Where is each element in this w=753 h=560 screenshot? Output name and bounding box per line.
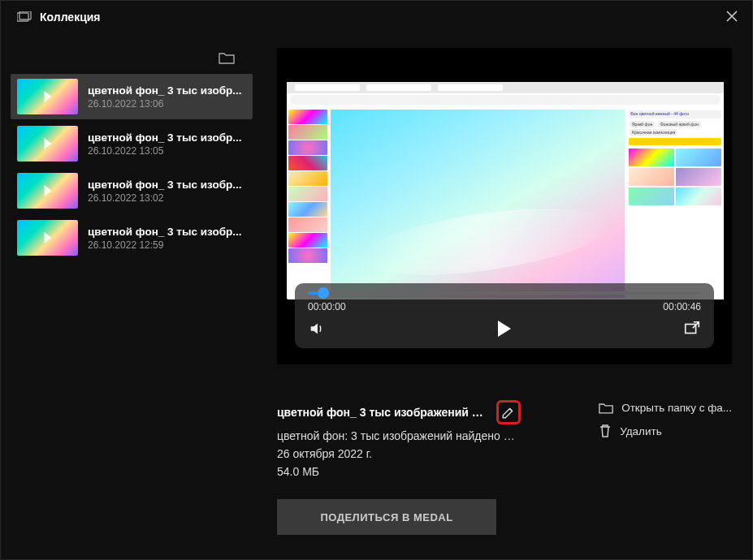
popout-icon[interactable] [683,320,701,338]
preview-right-title: Фон цветной нежный - 44 фото [629,110,721,118]
list-item[interactable]: цветной фон_ 3 тыс изобр... 26.10.2022 1… [11,215,253,261]
seek-bar[interactable] [308,291,701,295]
item-name: цветной фон_ 3 тыс изобр... [88,226,242,238]
details-title: цветной фон_ 3 тыс изображений найдено в… [277,406,490,419]
player-controls: 00:00:00 00:00:46 [295,283,714,348]
collection-icon [17,11,32,23]
video-thumbnail [17,79,78,114]
item-date: 26.10.2022 13:02 [88,192,242,204]
details-size: 54.0 МБ [277,465,521,478]
details-date: 26 октября 2022 г. [277,447,521,460]
delete-label: Удалить [620,425,662,437]
video-preview[interactable]: Фон цветной нежный - 44 фото Яркий фон Ф… [277,48,732,364]
svg-rect-2 [686,325,696,334]
list-item[interactable]: цветной фон_ 3 тыс изобр... 26.10.2022 1… [11,74,253,119]
collection-window: Коллекция цветной фон_ 3 тыс изобр... 26… [0,0,753,560]
main-panel: Фон цветной нежный - 44 фото Яркий фон Ф… [253,33,752,559]
close-icon[interactable] [726,11,738,22]
preview-frame: Фон цветной нежный - 44 фото Яркий фон Ф… [287,82,724,299]
volume-icon[interactable] [308,320,326,338]
item-date: 26.10.2022 13:06 [88,98,242,110]
list-item[interactable]: цветной фон_ 3 тыс изобр... 26.10.2022 1… [11,121,253,166]
item-name: цветной фон_ 3 тыс изобр... [88,84,242,97]
sidebar: цветной фон_ 3 тыс изобр... 26.10.2022 1… [1,33,253,559]
video-thumbnail [17,126,78,162]
window-title: Коллекция [40,11,101,24]
share-button[interactable]: ПОДЕЛИТЬСЯ В MEDAL [277,499,496,535]
time-current: 00:00:00 [308,301,346,312]
titlebar: Коллекция [1,1,752,33]
item-name: цветной фон_ 3 тыс изобр... [88,179,242,191]
list-item[interactable]: цветной фон_ 3 тыс изобр... 26.10.2022 1… [11,168,253,213]
open-folder-label: Открыть папку с фа... [621,402,732,414]
details-subtitle: цветной фон: 3 тыс изображений найдено в… [277,429,521,442]
delete-button[interactable]: Удалить [599,424,732,438]
play-icon[interactable] [496,319,513,338]
item-name: цветной фон_ 3 тыс изобр... [88,131,242,144]
folder-icon[interactable] [219,51,235,64]
video-thumbnail [17,220,78,256]
edit-button[interactable]: 1 [496,400,521,424]
item-date: 26.10.2022 13:05 [88,145,242,157]
item-date: 26.10.2022 12:59 [88,239,242,251]
share-label: ПОДЕЛИТЬСЯ В MEDAL [320,511,452,523]
open-folder-button[interactable]: Открыть папку с фа... [599,402,732,414]
video-thumbnail [17,173,78,209]
details-section: цветной фон_ 3 тыс изображений найдено в… [277,400,732,535]
time-duration: 00:00:46 [663,301,701,312]
